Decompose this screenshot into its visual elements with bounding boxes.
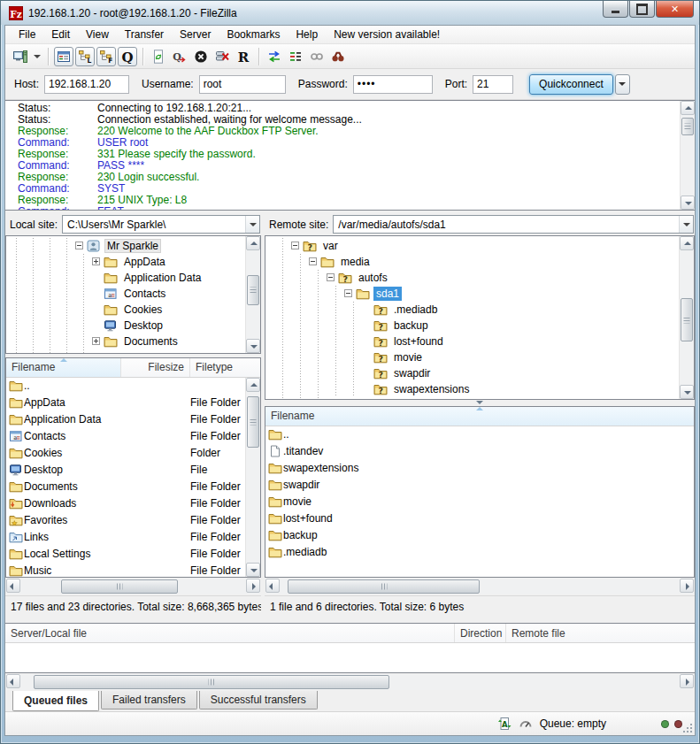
site-manager-dropdown-icon[interactable] xyxy=(32,47,42,66)
column-header-direction[interactable]: Direction xyxy=(455,624,506,642)
column-header-server-local-file[interactable]: Server/Local file xyxy=(5,624,455,642)
local-file-row-local-settings[interactable]: Local SettingsFile Folder xyxy=(6,546,245,563)
refresh-icon[interactable] xyxy=(149,47,168,66)
title-bar[interactable]: Fz 192.168.1.20 - root@192.168.1.20 - Fi… xyxy=(1,1,699,25)
local-site-path[interactable]: C:\Users\Mr Sparkle\ xyxy=(63,219,245,231)
scrollbar-thumb[interactable] xyxy=(61,579,179,594)
toggle-queue-icon[interactable]: Q xyxy=(118,47,137,66)
process-queue-icon[interactable]: Q xyxy=(170,47,189,66)
remote-tree-item-media[interactable]: media xyxy=(265,254,679,270)
tree-expander-minus-icon[interactable] xyxy=(291,242,299,249)
remote-file-row-swapextensions[interactable]: swapextensions xyxy=(265,460,694,477)
local-file-row-music[interactable]: MusicFile Folder xyxy=(6,563,245,577)
resize-grip[interactable] xyxy=(682,723,693,733)
toggle-local-tree-icon[interactable]: L xyxy=(75,47,95,66)
toggle-remote-tree-icon[interactable]: F xyxy=(96,47,116,66)
remote-tree-item-lost-found[interactable]: ?lost+found xyxy=(265,334,679,349)
tab-failed-transfers[interactable]: Failed transfers xyxy=(101,691,197,709)
local-tree-item-mr-sparkle[interactable]: Mr Sparkle xyxy=(6,238,245,254)
remote-tree-scrollbar[interactable] xyxy=(679,236,694,399)
local-file-row-appdata[interactable]: AppDataFile Folder xyxy=(6,395,245,411)
local-file-row-cookies[interactable]: CookiesFolder xyxy=(6,445,245,462)
local-tree-item-desktop[interactable]: Desktop xyxy=(6,318,245,334)
menu-server[interactable]: Server xyxy=(172,27,219,42)
local-tree-item-appdata[interactable]: AppData xyxy=(6,254,245,270)
remote-file-row-movie[interactable]: movie xyxy=(265,494,694,510)
queue-splitter[interactable] xyxy=(5,617,695,624)
tab-successful-transfers[interactable]: Successful transfers xyxy=(199,691,318,709)
local-list-scrollbar[interactable] xyxy=(245,378,260,577)
remote-tree-item-swapdir[interactable]: ?swapdir xyxy=(265,365,679,381)
local-site-combo[interactable]: C:\Users\Mr Sparkle\ xyxy=(62,215,260,234)
remote-tree-item-dvd[interactable]: ?dvd xyxy=(265,397,679,399)
scroll-left-button[interactable] xyxy=(6,579,20,593)
local-file-row-[interactable]: .. xyxy=(6,378,245,395)
remote-file-row-backup[interactable]: backup xyxy=(265,527,694,544)
remote-tree-item-backup[interactable]: ?backup xyxy=(265,318,679,334)
cancel-icon[interactable] xyxy=(191,47,211,66)
scroll-right-button[interactable] xyxy=(246,579,260,593)
scroll-right-button[interactable] xyxy=(680,674,694,688)
tree-expander-minus-icon[interactable] xyxy=(344,289,352,297)
menu-bookmarks[interactable]: Bookmarks xyxy=(219,27,288,42)
tree-expander-minus-icon[interactable] xyxy=(75,242,83,249)
local-file-row-desktop[interactable]: DesktopFile xyxy=(6,462,245,479)
tree-expander-plus-icon[interactable] xyxy=(92,257,100,265)
reconnect-icon[interactable]: R xyxy=(234,47,253,66)
transfer-type-indicator-icon[interactable]: A xyxy=(497,717,512,731)
combo-dropdown-icon[interactable] xyxy=(679,216,693,233)
local-file-row-downloads[interactable]: DownloadsFile Folder xyxy=(6,495,245,512)
remote-tree-item-sda1[interactable]: sda1 xyxy=(265,286,679,302)
combo-dropdown-icon[interactable] xyxy=(245,216,259,233)
compare-directories-icon[interactable] xyxy=(265,47,284,66)
scroll-down-button[interactable] xyxy=(246,563,260,577)
scroll-down-button[interactable] xyxy=(681,196,695,210)
tree-expander-minus-icon[interactable] xyxy=(309,257,317,265)
scroll-down-button[interactable] xyxy=(680,385,694,399)
speed-limits-icon[interactable] xyxy=(307,47,327,66)
remote-file-row-titandev[interactable]: .titandev xyxy=(265,443,694,460)
menu-transfer[interactable]: Transfer xyxy=(117,27,172,42)
local-tree-item-contacts[interactable]: aContacts xyxy=(6,286,245,302)
local-tree-scrollbar[interactable] xyxy=(245,236,260,353)
local-tree-item-downloads[interactable]: Downloads xyxy=(6,349,245,353)
local-file-row-favorites[interactable]: FavoritesFile Folder xyxy=(6,512,245,529)
scroll-up-button[interactable] xyxy=(680,236,694,250)
local-file-row-links[interactable]: LinksFile Folder xyxy=(6,529,245,546)
menu-edit[interactable]: Edit xyxy=(43,27,78,42)
site-manager-icon[interactable] xyxy=(11,47,30,66)
remote-file-row-mediadb[interactable]: .mediadb xyxy=(265,544,694,561)
scroll-down-button[interactable] xyxy=(246,339,260,353)
scrollbar-thumb[interactable] xyxy=(288,579,480,594)
remote-tree-item-var[interactable]: ?var xyxy=(265,238,679,254)
scrollbar-thumb[interactable] xyxy=(681,298,693,341)
disconnect-icon[interactable] xyxy=(212,47,232,66)
port-input[interactable] xyxy=(473,75,513,94)
remote-site-combo[interactable]: /var/media/autofs/sda1 xyxy=(333,215,694,234)
speed-limit-gauge-icon[interactable] xyxy=(519,717,533,731)
scroll-up-button[interactable] xyxy=(681,101,695,115)
remote-list-collapse-arrow[interactable] xyxy=(265,400,695,406)
scrollbar-thumb[interactable] xyxy=(247,275,259,305)
scroll-left-button[interactable] xyxy=(265,579,280,593)
toggle-message-log-icon[interactable] xyxy=(54,47,73,66)
remote-tree-item-swapextensions[interactable]: ?swapextensions xyxy=(265,381,679,397)
close-button[interactable] xyxy=(656,1,694,18)
remote-tree-item-mediadb[interactable]: ?.mediadb xyxy=(265,302,679,318)
scroll-left-button[interactable] xyxy=(6,674,20,688)
tree-expander-plus-icon[interactable] xyxy=(92,337,100,345)
synchronized-browsing-icon[interactable] xyxy=(286,47,305,66)
remote-file-row-lost-found[interactable]: lost+found xyxy=(265,510,694,527)
tree-expander-minus-icon[interactable] xyxy=(327,273,335,281)
host-input[interactable] xyxy=(44,75,129,94)
scroll-up-button[interactable] xyxy=(246,378,260,392)
column-header-filename[interactable]: Filename xyxy=(6,358,121,377)
maximize-button[interactable] xyxy=(629,1,655,18)
remote-file-row-[interactable]: .. xyxy=(265,426,694,443)
column-header-filetype[interactable]: Filetype xyxy=(190,358,260,377)
menu-file[interactable]: File xyxy=(11,27,43,42)
menu-help[interactable]: Help xyxy=(288,27,326,42)
tab-queued-files[interactable]: Queued files xyxy=(12,691,99,711)
log-scrollbar[interactable] xyxy=(680,101,695,210)
remote-tree-item-autofs[interactable]: ?autofs xyxy=(265,270,679,286)
